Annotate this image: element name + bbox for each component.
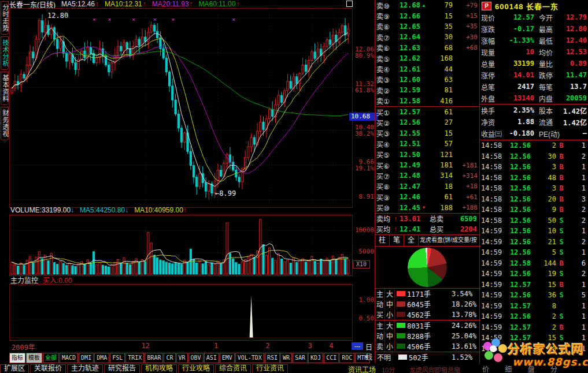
buy-flag: B: [556, 281, 567, 289]
sell-row-6[interactable]: 卖⑥12.6368+68: [375, 43, 479, 53]
volume-chart[interactable]: [9, 215, 353, 276]
buy-row-1[interactable]: 买①12.5761: [375, 107, 479, 117]
queue-price: 12.49: [394, 161, 420, 169]
menu-item-0[interactable]: 扩展区: [0, 364, 29, 373]
queue-volume: 68: [427, 44, 453, 52]
indicator-tab-MACD[interactable]: MACD: [60, 353, 78, 363]
book-tab-1[interactable]: 笔: [390, 235, 404, 246]
tick-row-15: 14:5912.5781: [480, 301, 588, 312]
indicator-tab-BRAR[interactable]: BRAR: [145, 353, 163, 363]
indicator-tab-VR[interactable]: VR: [176, 353, 188, 363]
menu-item-6[interactable]: 综合资讯: [215, 364, 251, 373]
stock-analysis-app: 分时走势技术分析基本资料财务透视 长春一东(日线)MA5:12.46↑MA10:…: [0, 0, 588, 373]
tick-row-13: 14:5912.5715B1: [480, 279, 588, 290]
tick-time: 14:59: [480, 302, 503, 310]
menu-item-3[interactable]: 研究报告: [104, 364, 140, 373]
date-month-1: 1: [214, 342, 218, 350]
monitor-tick-0: 1.00: [359, 297, 375, 303]
sell-row-2[interactable]: 卖②12.5981: [375, 85, 479, 95]
sidebar-tab-0[interactable]: 分时走势: [1, 1, 9, 35]
buy-row-3[interactable]: 买③12.5515: [375, 128, 479, 139]
breakdown-row-1-1: 中8288手25.04%: [385, 331, 479, 341]
menu-item-2[interactable]: 主力轨迹: [67, 364, 103, 373]
queue-level-label: 买⑦: [375, 171, 394, 181]
tick-price: 12.56: [503, 174, 531, 182]
buy-row-6[interactable]: 买⑥12.49181+181: [375, 160, 479, 170]
sell-row-8[interactable]: 卖⑧12.6535+35: [375, 21, 479, 32]
indicator-tab-VOL-TDX[interactable]: VOL-TDX: [235, 353, 264, 363]
buy-row-10[interactable]: 买⑩12.45▼188+188: [375, 202, 479, 212]
up-arrow-icon: ↑: [190, 0, 193, 8]
indicator-tab-EMV[interactable]: EMV: [220, 353, 235, 363]
indicator-tab-RSI[interactable]: RSI: [265, 353, 280, 363]
range-selector[interactable]: ---: [352, 342, 363, 350]
indicator-tab-WR[interactable]: WR: [280, 353, 292, 363]
quote-value: 11.47: [561, 71, 588, 79]
sell-row-9[interactable]: 卖⑨12.6615+15: [375, 10, 479, 21]
buy-row-7[interactable]: 买⑦12.48314+314: [375, 170, 479, 181]
menu-item-4[interactable]: 机构攻略: [141, 364, 177, 373]
indicator-tab-SAR[interactable]: SAR: [293, 353, 308, 363]
sidebar-tab-2[interactable]: 基本资料: [1, 72, 9, 105]
indicator-tab-KDJ[interactable]: KDJ: [308, 353, 323, 363]
sell-row-7[interactable]: 卖⑦12.6430+30: [375, 32, 479, 42]
tick-time: 14:59: [480, 281, 503, 289]
indicator-tab-CR[interactable]: CR: [164, 353, 175, 363]
menu-item-1[interactable]: 关联报价: [30, 364, 66, 373]
breakdown-volume: 8288手: [407, 331, 452, 341]
up-arrow-icon: ↑: [394, 215, 400, 223]
indicator-tab-TRIX[interactable]: TRIX: [125, 353, 144, 363]
indicator-tab-全部[interactable]: 全部: [43, 353, 59, 363]
buy-row-5[interactable]: 买⑤12.50121: [375, 149, 479, 159]
indicator-tab-ASI[interactable]: ASI: [204, 353, 219, 363]
quote-value: 12.79: [561, 13, 588, 21]
book-tab-2[interactable]: 全: [404, 235, 419, 246]
candlestick-chart[interactable]: ××××××: [9, 8, 353, 208]
tick-count: 1: [567, 302, 588, 310]
buy-row-2[interactable]: 买②12.5627: [375, 117, 479, 128]
tick-list[interactable]: 14:5812.562B114:5812.5630B214:5812.563B1…: [480, 140, 588, 354]
breakdown-rows: 大1171手3.54%中6045手18.26%小4562手13.78%: [385, 289, 479, 320]
quote-row-0: 现价12.57今开12.79: [480, 12, 588, 23]
quote-label: 涨幅: [480, 36, 502, 46]
sidebar-tab-1[interactable]: 技术分析: [1, 36, 9, 70]
queue-price: 12.59: [394, 86, 420, 94]
indicator-tab-ROC[interactable]: ROC: [339, 353, 354, 363]
buy-row-8[interactable]: 买⑧12.4718+18: [375, 181, 479, 192]
quote-value: 20059: [561, 94, 588, 102]
menu-item-5[interactable]: 行业攻略: [178, 364, 214, 373]
indicator-tab-DMI[interactable]: DMI: [79, 353, 94, 363]
indicator-tab-指标[interactable]: 指标: [9, 353, 25, 363]
indicator-tab-CCI[interactable]: CCI: [324, 353, 339, 363]
queue-level-label: 买④: [375, 139, 394, 149]
sidebar-tab-3[interactable]: 财务透视: [1, 107, 9, 140]
sell-row-10[interactable]: 卖⑩12.68▲79+79: [375, 0, 479, 10]
queue-volume: 168: [427, 54, 453, 62]
indicator-tab-DMA[interactable]: DMA: [94, 353, 109, 363]
indicator-tab-MTM[interactable]: MTM: [355, 353, 370, 363]
book-tab-0[interactable]: 柱: [375, 235, 390, 246]
buy-row-4[interactable]: 买④12.5157: [375, 139, 479, 149]
tick-count: 2: [567, 270, 588, 278]
brand-logo[interactable]: 分析家公式网 www.88gs.com: [482, 338, 587, 372]
tick-row-2: 14:5812.563B1: [480, 162, 588, 173]
tick-price: 12.56: [503, 206, 531, 214]
monitor-chart[interactable]: [9, 284, 353, 341]
maximize-icon[interactable]: [346, 1, 353, 7]
sell-row-5[interactable]: 卖⑤12.62168: [375, 53, 479, 64]
quote-label: 每笔: [534, 82, 561, 92]
sell-row-3[interactable]: 卖③12.6063: [375, 74, 479, 85]
quote-value: —: [561, 129, 588, 137]
indicator-tab-FSL[interactable]: FSL: [110, 353, 125, 363]
sell-row-1[interactable]: 卖①12.58416: [375, 96, 479, 106]
arrow-icon: ↑: [183, 206, 187, 214]
avg-label: 买均: [375, 224, 394, 234]
size-label: 大: [385, 320, 395, 330]
menu-item-7[interactable]: 行业资讯: [252, 364, 288, 373]
tick-count: 1: [567, 174, 588, 182]
sell-row-4[interactable]: 卖④12.6144: [375, 64, 479, 74]
news-factory-label[interactable]: 资讯工场: [348, 364, 376, 373]
indicator-tab-模板[interactable]: 模板: [26, 353, 42, 363]
buy-row-9[interactable]: 买⑨12.4661+61: [375, 192, 479, 202]
indicator-tab-OBV[interactable]: OBV: [188, 353, 204, 363]
